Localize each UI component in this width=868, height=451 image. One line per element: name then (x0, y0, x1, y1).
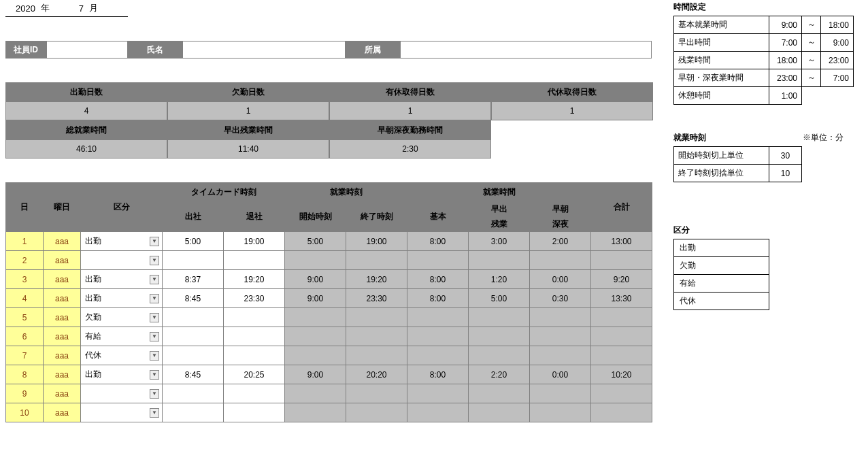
early-from[interactable]: 7:00 (769, 34, 802, 52)
year-value[interactable]: 2020 (5, 3, 39, 14)
employee-id-input[interactable] (46, 41, 128, 59)
dow-cell: aaa (44, 384, 81, 403)
timecard-in-cell[interactable] (163, 346, 224, 365)
chevron-down-icon[interactable]: ▼ (150, 294, 159, 303)
timecard-out-cell[interactable]: 20:25 (224, 365, 285, 384)
employee-name-input[interactable] (182, 41, 346, 59)
timecard-out-cell[interactable]: 23:30 (224, 289, 285, 308)
ot-to[interactable]: 23:00 (821, 52, 854, 69)
timecard-out-cell[interactable] (224, 384, 285, 403)
kubun-text: 出勤 (85, 235, 101, 247)
timecard-out-cell[interactable] (224, 346, 285, 365)
end-cell (346, 403, 407, 422)
day-cell: 7 (6, 346, 44, 365)
kubun-cell[interactable]: 出勤▼ (81, 232, 163, 251)
break-value[interactable]: 1:00 (769, 87, 802, 105)
tilde: ～ (802, 16, 821, 34)
hdr-day: 日 (6, 183, 44, 232)
end-cell: 19:20 (346, 270, 407, 289)
timecard-in-cell[interactable]: 8:45 (163, 289, 224, 308)
timecard-in-cell[interactable] (163, 384, 224, 403)
timecard-in-cell[interactable] (163, 251, 224, 270)
end-cell (346, 384, 407, 403)
start-cell (285, 308, 346, 327)
timecard-in-cell[interactable]: 8:37 (163, 270, 224, 289)
chevron-down-icon[interactable]: ▼ (150, 275, 159, 284)
chevron-down-icon[interactable]: ▼ (150, 408, 159, 418)
total-cell (591, 384, 652, 403)
date-row: 2020 年 7 月 (5, 0, 128, 17)
month-value[interactable]: 7 (54, 3, 88, 14)
start-cell (285, 403, 346, 422)
dow-cell: aaa (44, 289, 81, 308)
table-row: 2aaa▼ (6, 251, 652, 270)
table-row: 8aaa出勤▼8:4520:259:0020:208:002:200:0010:… (6, 365, 652, 384)
base-cell (407, 384, 469, 403)
chevron-down-icon[interactable]: ▼ (150, 313, 159, 322)
chevron-down-icon[interactable]: ▼ (150, 256, 159, 265)
kubun-cell[interactable]: ▼ (81, 384, 163, 403)
hdr-out: 退社 (224, 202, 285, 232)
timecard-in-cell[interactable]: 8:45 (163, 365, 224, 384)
start-round-label: 開始時刻切上単位 (674, 147, 769, 165)
timecard-in-cell[interactable] (163, 308, 224, 327)
night-hours-label: 早朝深夜勤務時間 (329, 120, 491, 139)
end-cell (346, 327, 407, 346)
ot-from[interactable]: 18:00 (769, 52, 802, 69)
night-hours-value: 2:30 (329, 139, 491, 158)
base-cell: 8:00 (407, 232, 469, 251)
timecard-in-cell[interactable]: 5:00 (163, 232, 224, 251)
kubun-text: 有給 (85, 331, 101, 342)
night-from[interactable]: 23:00 (769, 69, 802, 87)
kubun-cell[interactable]: ▼ (81, 251, 163, 270)
chevron-down-icon[interactable]: ▼ (150, 351, 159, 361)
hdr-hayade-top: 早出 (469, 202, 530, 217)
kubun-cell[interactable]: ▼ (81, 403, 163, 422)
kubun-cell[interactable]: 代休▼ (81, 346, 163, 365)
dow-cell: aaa (44, 251, 81, 270)
employee-name-label: 氏名 (128, 41, 182, 59)
ot-cell (469, 327, 530, 346)
early-to[interactable]: 9:00 (821, 34, 854, 52)
timecard-out-cell[interactable]: 19:00 (224, 232, 285, 251)
employee-dept-input[interactable] (400, 41, 652, 59)
timecard-out-cell[interactable] (224, 403, 285, 422)
hdr-start: 開始時刻 (285, 202, 346, 232)
paid-days-value: 1 (329, 101, 491, 120)
timecard-out-cell[interactable] (224, 327, 285, 346)
chevron-down-icon[interactable]: ▼ (150, 389, 159, 399)
chevron-down-icon[interactable]: ▼ (150, 332, 159, 341)
kubun-cell[interactable]: 出勤▼ (81, 270, 163, 289)
kubun-cell[interactable]: 欠勤▼ (81, 308, 163, 327)
kubun-cell[interactable]: 出勤▼ (81, 289, 163, 308)
start-round-value[interactable]: 30 (769, 147, 802, 165)
kubun-cell[interactable]: 有給▼ (81, 327, 163, 346)
timecard-in-cell[interactable] (163, 403, 224, 422)
basic-from[interactable]: 9:00 (769, 16, 802, 34)
end-round-value[interactable]: 10 (769, 165, 802, 182)
absent-days-value: 1 (167, 101, 329, 120)
base-cell (407, 403, 469, 422)
timecard-out-cell[interactable] (224, 308, 285, 327)
night-cell: 0:00 (530, 270, 591, 289)
total-cell (591, 403, 652, 422)
timecard-in-cell[interactable] (163, 327, 224, 346)
start-cell (285, 384, 346, 403)
employee-id-label: 社員ID (5, 41, 46, 59)
break-label: 休憩時間 (674, 87, 769, 105)
chevron-down-icon[interactable]: ▼ (150, 237, 159, 246)
timecard-out-cell[interactable]: 19:20 (224, 270, 285, 289)
end-cell (346, 346, 407, 365)
ot-cell (469, 384, 530, 403)
basic-to[interactable]: 18:00 (821, 16, 854, 34)
chevron-down-icon[interactable]: ▼ (150, 370, 159, 380)
timecard-out-cell[interactable] (224, 251, 285, 270)
hdr-workhours: 就業時間 (407, 183, 591, 202)
night-to[interactable]: 7:00 (821, 69, 854, 87)
day-cell: 4 (6, 289, 44, 308)
hdr-dow: 曜日 (44, 183, 81, 232)
end-cell (346, 251, 407, 270)
night-cell (530, 384, 591, 403)
month-unit: 月 (88, 2, 102, 14)
kubun-cell[interactable]: 出勤▼ (81, 365, 163, 384)
